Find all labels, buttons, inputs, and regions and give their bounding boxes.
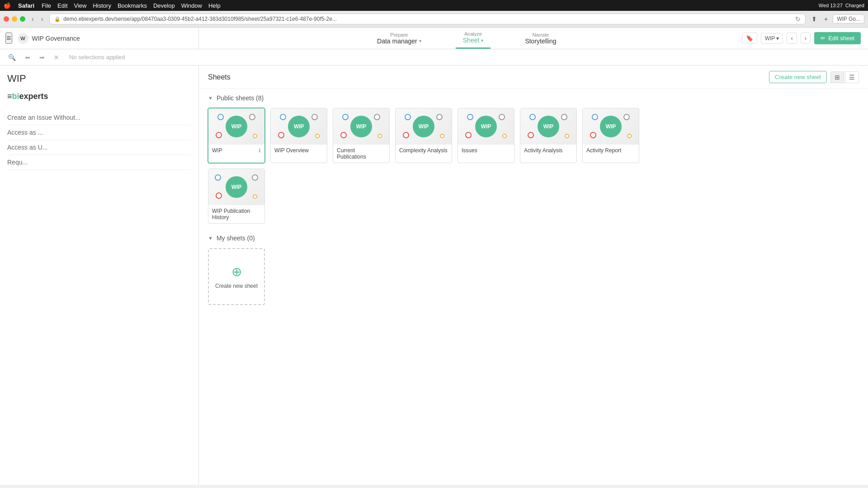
sheet-label-wip: WIP ℹ	[208, 145, 264, 156]
my-sheets-section: ▼ My sheets (0) ⊕ Create new sheet	[199, 229, 868, 310]
sheet-card-activity-analysis[interactable]: WIP Activity Analysis	[520, 108, 577, 163]
sheet-name-wip-pub-history: WIP Publication History	[212, 208, 261, 221]
grid-view-button[interactable]: ⊞	[830, 71, 844, 83]
nav-narrate-sub: Narrate	[533, 32, 549, 38]
wip-badge-8: WIP	[226, 176, 247, 198]
dot-blue-6	[529, 114, 536, 120]
panel-item-2: Access as ...	[7, 125, 191, 140]
create-new-sheet-card-label: Create new sheet	[215, 283, 258, 289]
dot-gray-2	[311, 114, 318, 120]
sheet-card-issues[interactable]: WIP Issues	[458, 108, 514, 163]
url-text: demo.ebiexperts.dev/sense/app/08470aa3-0…	[63, 16, 793, 22]
dot-yellow-7	[627, 134, 632, 138]
share-button[interactable]: ⬆	[809, 14, 819, 23]
wip-dropdown-button[interactable]: WIP ▾	[761, 33, 783, 44]
menu-bookmarks[interactable]: Bookmarks	[118, 2, 147, 9]
edit-sheet-label: Edit sheet	[828, 35, 854, 42]
bookmark-button[interactable]: 🔖	[742, 33, 757, 44]
dot-red-4	[403, 132, 409, 138]
maximize-window-button[interactable]	[20, 16, 25, 22]
minimize-window-button[interactable]	[12, 16, 17, 22]
wip-badge-5: WIP	[475, 116, 497, 137]
my-sheets-grid: ⊕ Create new sheet	[208, 248, 859, 305]
sheet-thumb-activity-analysis: WIP	[520, 108, 576, 145]
close-window-button[interactable]	[4, 16, 9, 22]
create-new-sheet-button[interactable]: Create new sheet	[769, 71, 827, 83]
nav-prepare[interactable]: Prepare Data manager ▾	[370, 28, 429, 49]
forward-button[interactable]: ›	[38, 14, 46, 23]
sheet-card-activity-report[interactable]: WIP Activity Report	[582, 108, 639, 163]
menu-develop[interactable]: Develop	[153, 2, 175, 9]
sheet-card-complexity-analysis[interactable]: WIP Complexity Analysis	[395, 108, 452, 163]
dot-yellow-2	[315, 134, 320, 138]
wip-go-button[interactable]: WIP Go...	[833, 14, 864, 23]
sheet-card-current-publications[interactable]: WIP Current Publications	[333, 108, 390, 163]
menu-file[interactable]: File	[42, 2, 51, 9]
dot-yellow-4	[440, 134, 444, 138]
my-sheets-header[interactable]: ▼ My sheets (0)	[208, 235, 859, 242]
hamburger-menu[interactable]: ≡	[5, 33, 12, 44]
nav-prepare-main: Data manager ▾	[377, 38, 421, 45]
forward-selection-button[interactable]: ➡	[37, 52, 47, 63]
menu-items: File Edit View History Bookmarks Develop…	[42, 2, 221, 9]
next-button[interactable]: ›	[801, 33, 811, 44]
sheet-label-wip-pub-history: WIP Publication History	[208, 205, 264, 223]
sheet-thumb-wip: WIP	[208, 108, 264, 145]
app-name: Safari	[18, 2, 34, 9]
nav-analyze-main: Sheet ▾	[463, 37, 484, 44]
list-view-button[interactable]: ☰	[845, 71, 859, 83]
mac-menubar: 🍎 Safari File Edit View History Bookmark…	[0, 0, 868, 11]
wip-badge-6: WIP	[538, 116, 559, 137]
back-selection-button[interactable]: ⬅	[22, 52, 33, 63]
browser-chrome: ‹ › 🔒 demo.ebiexperts.dev/sense/app/0847…	[0, 11, 868, 28]
biexperts-logo: ≡biexperts	[7, 92, 191, 101]
public-sheets-label: Public sheets (8)	[217, 94, 264, 102]
sheets-panel: Sheets Create new sheet ⊞ ☰ ▼ Public she…	[199, 66, 868, 485]
new-tab-button[interactable]: +	[822, 14, 830, 23]
sheet-thumb-activity-report: WIP	[583, 108, 639, 145]
sheet-thumb-issues: WIP	[458, 108, 514, 145]
back-button[interactable]: ‹	[29, 14, 37, 23]
sheet-card-wip-overview[interactable]: WIP WIP Overview	[270, 108, 327, 163]
public-sheets-header[interactable]: ▼ Public sheets (8)	[208, 94, 859, 102]
sheet-label-complexity-analysis: Complexity Analysis	[396, 145, 452, 156]
edit-sheet-button[interactable]: ✏ Edit sheet	[814, 32, 861, 44]
dot-yellow-5	[502, 134, 507, 138]
view-toggle: ⊞ ☰	[830, 71, 859, 83]
sheet-card-wip-pub-history[interactable]: WIP WIP Publication History	[208, 169, 265, 224]
apple-menu[interactable]: 🍎	[4, 2, 11, 9]
reload-icon[interactable]: ↻	[795, 15, 801, 23]
dot-yellow-3	[377, 134, 382, 138]
sheet-thumb-wip-pub-history: WIP	[208, 169, 264, 205]
dot-yellow-8	[253, 194, 257, 199]
lock-icon: 🔒	[54, 16, 61, 22]
wip-badge-3: WIP	[350, 116, 372, 137]
clear-selection-button[interactable]: ✕	[51, 52, 62, 63]
dot-red-5	[465, 132, 472, 138]
info-icon-wip[interactable]: ℹ	[259, 147, 261, 154]
menu-view[interactable]: View	[74, 2, 87, 9]
menu-history[interactable]: History	[93, 2, 111, 9]
browser-nav: ‹ ›	[29, 14, 46, 23]
nav-narrate[interactable]: Narrate Storytelling	[518, 28, 563, 49]
menu-edit[interactable]: Edit	[57, 2, 67, 9]
panel-item-3: Access as U...	[7, 140, 191, 155]
dot-blue-1	[217, 114, 224, 120]
prev-button[interactable]: ‹	[787, 33, 797, 44]
dot-blue-8	[215, 174, 221, 181]
sheet-name-issues: Issues	[462, 147, 477, 154]
app-logo: W WIP Governance	[18, 33, 80, 44]
search-button[interactable]: 🔍	[5, 52, 19, 63]
menu-window[interactable]: Window	[181, 2, 202, 9]
menu-help[interactable]: Help	[208, 2, 221, 9]
create-new-sheet-card[interactable]: ⊕ Create new sheet	[208, 248, 265, 305]
dot-gray-5	[499, 114, 505, 120]
my-sheets-label: My sheets (0)	[217, 235, 255, 242]
wip-badge-2: WIP	[288, 116, 310, 137]
sheet-label-activity-report: Activity Report	[583, 145, 639, 156]
nav-analyze[interactable]: Analyze Sheet ▾	[456, 28, 491, 49]
address-bar[interactable]: 🔒 demo.ebiexperts.dev/sense/app/08470aa3…	[49, 14, 806, 24]
edit-icon: ✏	[821, 35, 826, 42]
sheet-card-wip[interactable]: WIP WIP ℹ	[208, 108, 265, 163]
wip-badge-1: WIP	[226, 116, 247, 137]
